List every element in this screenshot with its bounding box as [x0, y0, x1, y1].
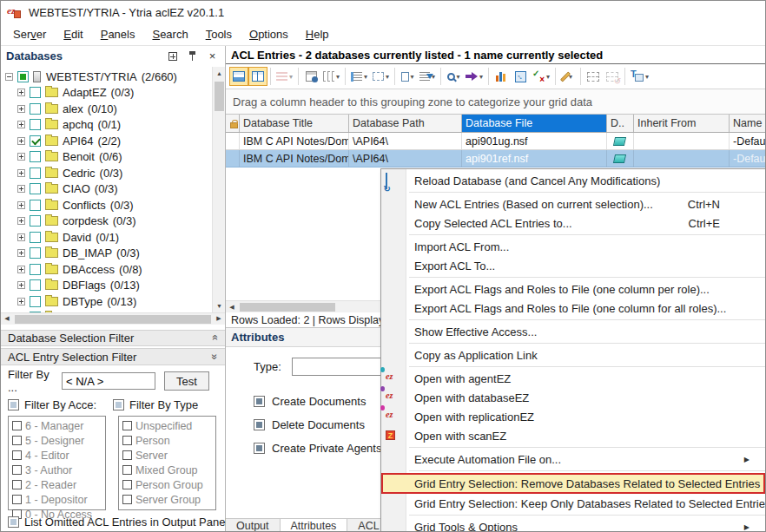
list-item[interactable]: Server	[122, 449, 212, 462]
grid-row-2-selected[interactable]: IBM C API Notes/Domino 9 \API64\ api901r…	[226, 150, 765, 167]
list-item[interactable]: 3 - Author	[12, 463, 102, 476]
list-item[interactable]: Mixed Group	[122, 463, 212, 476]
menu-panels[interactable]: Panels	[92, 25, 144, 43]
list-item[interactable]: Server Group	[122, 493, 212, 506]
tree-item[interactable]: CIAO(0/3)	[1, 181, 225, 197]
acl-entry-selection-filter-bar[interactable]: ACL Entry Selection Filter »	[1, 348, 225, 365]
expand-icon[interactable]	[17, 298, 25, 305]
tree-item[interactable]: Cedric(0/3)	[1, 165, 225, 181]
menu-options[interactable]: Options	[241, 25, 297, 43]
edit-button[interactable]: ▾	[558, 67, 578, 86]
scroll-down-icon[interactable]: ▼	[213, 299, 225, 312]
tree-item[interactable]: DBAccess(0/8)	[1, 261, 225, 278]
scroll-right-icon[interactable]: ▶	[213, 313, 225, 325]
menu-item-show-effective-access[interactable]: Show Effective Access...	[381, 322, 766, 341]
menu-help[interactable]: Help	[297, 25, 338, 43]
scrollbar-thumb[interactable]	[240, 303, 335, 312]
column-header-name[interactable]: Name	[730, 115, 765, 132]
checkbox[interactable]	[122, 436, 132, 445]
expand-icon[interactable]	[17, 153, 25, 161]
tree-item-api64[interactable]: API64(2/2)	[1, 133, 225, 149]
database-selection-filter-bar[interactable]: Database Selection Filter »	[1, 330, 225, 347]
menu-server[interactable]: Server	[4, 25, 55, 43]
checkbox[interactable]	[12, 480, 22, 489]
menu-item-export-acl[interactable]: Export ACL To...	[381, 256, 766, 275]
tab-output[interactable]: Output	[226, 519, 281, 532]
checkbox[interactable]	[122, 450, 132, 460]
filter-value-input[interactable]	[62, 372, 155, 390]
list-item[interactable]: Person Group	[122, 478, 212, 491]
menu-item-grid-tools-options[interactable]: Grid Tools & Options▶	[381, 517, 766, 532]
tree-checkbox[interactable]	[30, 103, 41, 115]
tree-checkbox[interactable]	[30, 296, 41, 307]
scrollbar-thumb[interactable]	[15, 315, 211, 324]
tree-checkbox[interactable]	[30, 264, 41, 275]
expand-icon[interactable]	[17, 281, 25, 289]
grouping-zone[interactable]: Drag a column header to this grouping zo…	[226, 89, 765, 115]
copy-button[interactable]: ▾	[398, 67, 417, 86]
selection-button[interactable]: ▾	[370, 67, 392, 86]
list-item[interactable]: Person	[122, 434, 212, 447]
row-display-button[interactable]: ▾	[348, 67, 370, 86]
view-flat-button[interactable]	[229, 67, 248, 86]
checkbox[interactable]	[12, 450, 22, 460]
close-panel-button[interactable]: ×	[205, 49, 220, 63]
list-item[interactable]: 5 - Designer	[12, 434, 102, 447]
tree-root-server[interactable]: WEBTEST/YTRIA (2/660)	[1, 69, 225, 85]
tree-checkbox[interactable]	[30, 247, 41, 259]
grid-lines-button[interactable]	[584, 67, 603, 86]
tree-item[interactable]: DBType(0/13)	[1, 293, 225, 310]
tree-checkbox[interactable]	[30, 232, 41, 243]
sort-button[interactable]: ▾	[417, 67, 438, 86]
checkbox[interactable]	[12, 436, 22, 445]
filter-by-type-checkbox[interactable]	[113, 399, 124, 410]
checkbox[interactable]	[122, 480, 132, 489]
tree-item[interactable]: Benoit(0/6)	[1, 148, 225, 165]
menu-item-open-with-databaseez[interactable]: Open with databaseEZ	[381, 388, 766, 407]
expand-icon[interactable]	[17, 249, 25, 257]
checkbox[interactable]	[122, 421, 132, 430]
expand-icon[interactable]	[17, 105, 25, 113]
scrollbar-thumb[interactable]	[215, 82, 224, 111]
checkbox[interactable]	[122, 495, 132, 504]
tree-item[interactable]: David(0/1)	[1, 229, 225, 246]
delete-documents-checkbox[interactable]	[254, 419, 265, 430]
insert-rows-button[interactable]: ▾	[274, 67, 295, 86]
tab-attributes[interactable]: Attributes	[280, 519, 348, 532]
menu-item-keep-only-databases-related[interactable]: Grid Entry Selection: Keep Only Database…	[381, 494, 766, 513]
menu-item-execute-automation-file[interactable]: Execute Automation File on...▶	[381, 450, 766, 469]
expand-icon[interactable]	[17, 89, 25, 96]
column-header-database-title[interactable]: Database Title	[240, 115, 349, 132]
tree-item[interactable]: Conflicts(0/3)	[1, 197, 225, 213]
tree-horizontal-scrollbar[interactable]: ◀ ▶	[1, 312, 225, 325]
tree-checkbox[interactable]	[30, 135, 41, 147]
text-date-button[interactable]: ▾	[628, 67, 651, 86]
search-button[interactable]: ▾	[444, 67, 463, 86]
tree-checkbox[interactable]	[30, 183, 41, 194]
tree-checkbox[interactable]	[17, 71, 29, 82]
menu-item-open-with-scanez[interactable]: Open with scanEZ	[381, 426, 766, 445]
fit-columns-button[interactable]	[511, 67, 530, 86]
expand-panel-button[interactable]	[165, 49, 180, 63]
menu-item-export-flags-all-roles[interactable]: Export ACL Flags and Roles to File (one …	[381, 299, 766, 318]
menu-item-new-acl-entries[interactable]: New ACL Entries (Based on current select…	[381, 194, 766, 213]
tree-checkbox[interactable]	[30, 87, 41, 98]
date-columns-button[interactable]	[301, 67, 320, 86]
expand-icon[interactable]	[17, 121, 25, 128]
menu-tools[interactable]: Tools	[197, 25, 241, 43]
tree-item[interactable]: corpdesk(0/3)	[1, 213, 225, 229]
tree-checkbox[interactable]	[30, 215, 41, 227]
scroll-up-icon[interactable]: ▲	[213, 67, 225, 80]
menu-search[interactable]: Search	[143, 25, 196, 43]
tree-checkbox[interactable]	[30, 151, 41, 162]
column-header-database-path[interactable]: Database Path	[349, 115, 462, 132]
menu-item-copy-as-application-link[interactable]: Copy as Application Link	[381, 345, 766, 365]
expand-icon[interactable]	[17, 137, 25, 145]
lock-column-header[interactable]	[226, 115, 240, 132]
pin-panel-button[interactable]	[185, 49, 200, 63]
list-item[interactable]: 6 - Manager	[12, 419, 102, 432]
tree-item[interactable]: AdaptEZ(0/3)	[1, 84, 225, 101]
list-omitted-checkbox[interactable]	[8, 516, 19, 528]
menu-item-copy-selected-acl-entries[interactable]: Copy Selected ACL Entries to...Ctrl+E	[381, 213, 766, 233]
menu-edit[interactable]: Edit	[55, 25, 91, 43]
